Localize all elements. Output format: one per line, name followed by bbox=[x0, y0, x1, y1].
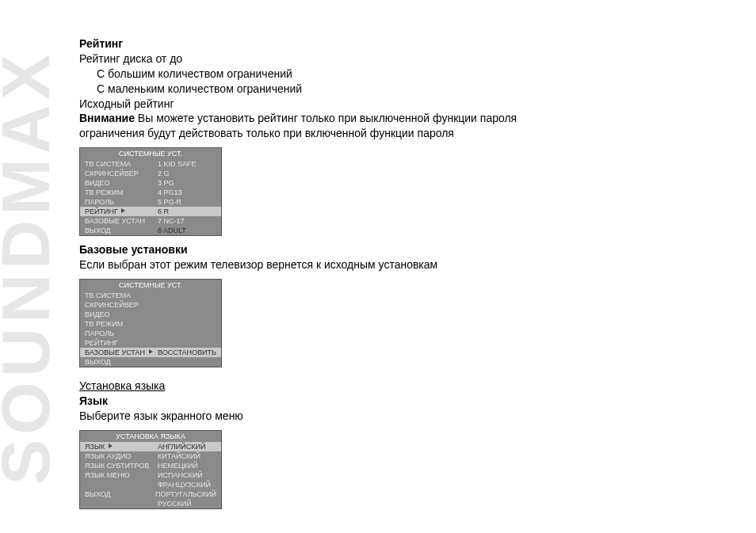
menu-item: ТВ РЕЖИМ bbox=[85, 188, 158, 197]
menu-value: НЕМЕЦКИЙ bbox=[158, 461, 216, 470]
menu-value: ФРАНЦУЗСКИЙ bbox=[158, 480, 216, 489]
menu-item: РЕЙТИНГ bbox=[85, 338, 158, 348]
menu-item: БАЗОВЫЕ УСТАН bbox=[85, 216, 158, 226]
menu-item: ПАРОЛЬ bbox=[85, 197, 158, 207]
menu-value: АНГЛИЙСКИЙ bbox=[158, 442, 216, 451]
default-rating-line: Исходный рейтинг bbox=[79, 97, 729, 112]
menu-value: 4 PG13 bbox=[158, 188, 216, 197]
menu-value: 1 KID SAFE bbox=[158, 159, 216, 169]
menu-item: ВИДЕО bbox=[85, 178, 158, 188]
osd-title: СИСТЕМНЫЕ УСТ. bbox=[80, 148, 221, 159]
menu-item: ВЫХОД bbox=[85, 226, 158, 235]
menu-item bbox=[85, 480, 158, 489]
rating-more-restrictions: С большим количеством ограничений bbox=[79, 67, 729, 82]
rating-range-line: Рейтинг диска от до bbox=[79, 51, 729, 67]
language-line: Выберите язык экранного меню bbox=[79, 409, 729, 424]
menu-item-selected: ЯЗЫК bbox=[85, 442, 158, 451]
menu-value: 2 G bbox=[158, 169, 216, 178]
menu-value: 6 R bbox=[158, 207, 216, 216]
menu-value: 8 ADULT bbox=[158, 226, 216, 235]
osd-rating-menu: СИСТЕМНЫЕ УСТ. ТВ СИСТЕМА1 KID SAFE СКРИ… bbox=[79, 147, 222, 236]
menu-value: РУССКИЙ bbox=[158, 499, 216, 508]
heading-language-section: Установка языка bbox=[79, 379, 165, 392]
menu-value: КИТАЙСКИЙ bbox=[158, 451, 216, 461]
menu-item: ТВ РЕЖИМ bbox=[85, 319, 158, 329]
osd-language-menu: УСТАНОВКА ЯЗЫКА ЯЗЫК АНГЛИЙСКИЙ ЯЗЫК АУД… bbox=[79, 430, 222, 509]
menu-value: ИСПАНСКИЙ bbox=[158, 470, 216, 480]
arrow-right-icon bbox=[121, 208, 125, 213]
attention-label: Внимание bbox=[79, 112, 135, 124]
menu-value: 5 PG-R bbox=[158, 197, 216, 207]
menu-item: ЯЗЫК МЕНЮ bbox=[85, 470, 158, 480]
menu-item: ЯЗЫК СУБТИТРОВ bbox=[85, 461, 158, 470]
menu-value: 7 NC-17 bbox=[158, 216, 216, 226]
heading-language: Язык bbox=[79, 394, 108, 407]
menu-item: СКРИНСЕЙВЕР bbox=[85, 300, 158, 310]
menu-item: ПАРОЛЬ bbox=[85, 329, 158, 338]
menu-item bbox=[85, 499, 158, 508]
osd-title: УСТАНОВКА ЯЗЫКА bbox=[80, 431, 221, 442]
menu-item: ВИДЕО bbox=[85, 310, 158, 319]
menu-item: ТВ СИСТЕМА bbox=[85, 159, 158, 169]
menu-item: ТВ СИСТЕМА bbox=[85, 291, 158, 300]
heading-defaults: Базовые установки bbox=[79, 243, 188, 256]
arrow-right-icon bbox=[149, 349, 153, 354]
document-body: Рейтинг Рейтинг диска от до С большим ко… bbox=[79, 36, 729, 516]
menu-value: 3 PG bbox=[158, 178, 216, 188]
menu-item-selected: БАЗОВЫЕ УСТАН bbox=[85, 348, 158, 357]
menu-value: ВОССТАНОВИТЬ bbox=[158, 348, 216, 357]
menu-item: ВЫХОД bbox=[85, 357, 158, 367]
brand-watermark: SOUNDMAX bbox=[0, 46, 65, 489]
menu-item: ВЫХОД bbox=[85, 489, 155, 499]
rating-less-restrictions: С маленьким количеством ограничений bbox=[79, 82, 729, 97]
heading-rating: Рейтинг bbox=[79, 37, 123, 50]
attention-text-1: Вы можете установить рейтинг только при … bbox=[135, 112, 517, 124]
menu-value: ПОРТУГАЛЬСКИЙ bbox=[155, 489, 216, 499]
menu-item-selected: РЕЙТИНГ bbox=[85, 207, 158, 216]
attention-text-2: ограничения будут действовать только при… bbox=[79, 126, 729, 141]
osd-defaults-menu: СИСТЕМНЫЕ УСТ. ТВ СИСТЕМА СКРИНСЕЙВЕР ВИ… bbox=[79, 279, 222, 367]
defaults-line: Если выбран этот режим телевизор вернетс… bbox=[79, 257, 729, 272]
menu-item: СКРИНСЕЙВЕР bbox=[85, 169, 158, 178]
osd-title: СИСТЕМНЫЕ УСТ. bbox=[80, 280, 221, 291]
menu-item: ЯЗЫК АУДИО bbox=[85, 451, 158, 461]
arrow-right-icon bbox=[109, 444, 113, 448]
